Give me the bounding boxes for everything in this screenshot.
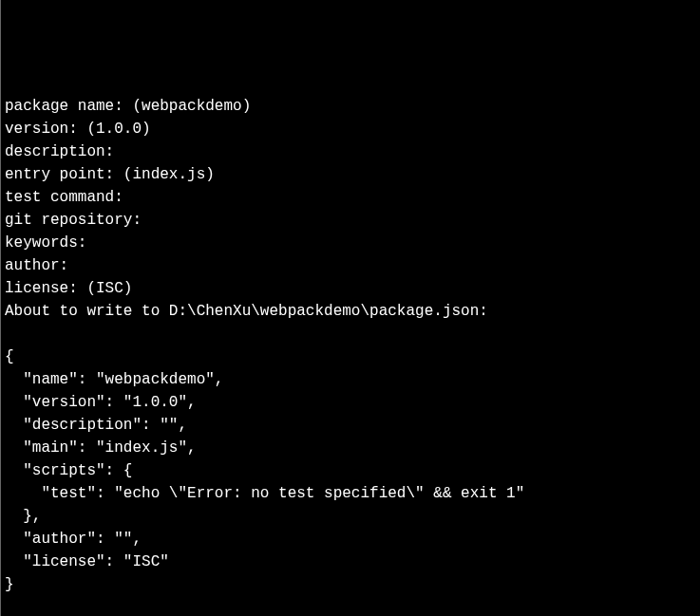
prompt-git-repository: git repository: — [5, 212, 142, 229]
json-scripts-open: "scripts": { — [5, 462, 132, 479]
json-name: "name": "webpackdemo", — [5, 371, 223, 388]
json-description: "description": "", — [5, 417, 187, 434]
json-open-brace: { — [5, 348, 14, 365]
json-test: "test": "echo \"Error: no test specified… — [5, 485, 524, 502]
prompt-keywords: keywords: — [5, 234, 86, 252]
prompt-entry-point: entry point: (index.js) — [5, 166, 215, 183]
terminal-output: package name: (webpackdemo) version: (1.… — [5, 95, 696, 616]
prompt-version: version: (1.0.0) — [5, 121, 151, 138]
prompt-description: description: — [5, 143, 114, 160]
prompt-license: license: (ISC) — [5, 280, 132, 297]
prompt-test-command: test command: — [5, 189, 123, 206]
json-scripts-close: }, — [5, 508, 41, 525]
prompt-author: author: — [5, 257, 68, 274]
about-to-write: About to write to D:\ChenXu\webpackdemo\… — [5, 303, 488, 320]
json-main: "main": "index.js", — [5, 439, 197, 457]
json-author: "author": "", — [5, 531, 142, 548]
json-close-brace: } — [5, 576, 14, 593]
json-license: "license": "ISC" — [5, 553, 169, 570]
json-version: "version": "1.0.0", — [5, 394, 197, 411]
prompt-package-name: package name: (webpackdemo) — [5, 98, 251, 115]
